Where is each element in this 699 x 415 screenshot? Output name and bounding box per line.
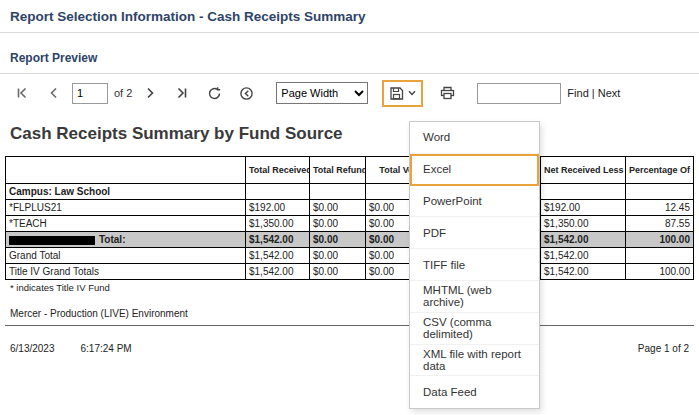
col-header-fund (6, 157, 246, 184)
grand-total-row: Grand Total $1,542.00 $0.00 $0.00 $1,542… (6, 248, 694, 264)
last-page-button[interactable] (170, 80, 194, 106)
export-format-menu: Word Excel PowerPoint PDF TIFF file MHTM… (409, 121, 540, 409)
previous-page-button[interactable] (42, 80, 66, 106)
page-count-label: of 2 (114, 87, 132, 99)
back-button[interactable] (234, 80, 258, 106)
refresh-icon (207, 86, 222, 101)
table-row: Campus: Law School (6, 184, 694, 200)
title-iv-footnote: * indicates Title IV Fund (0, 280, 699, 295)
col-header-total-received: Total Received (246, 157, 310, 184)
refresh-button[interactable] (202, 80, 226, 106)
report-time: 6:17:24 PM (81, 343, 132, 354)
environment-label: Mercer - Production (LIVE) Environment (0, 295, 699, 323)
report-title: Cash Receipts Summary by Fund Source (0, 112, 699, 150)
cash-receipts-table: Total Received Total Refunded Total Void… (5, 156, 694, 280)
last-page-icon (175, 86, 189, 100)
report-toolbar: of 2 Page Width Find | Next (0, 74, 699, 112)
save-export-icon (389, 86, 404, 101)
find-text-input[interactable] (477, 83, 561, 104)
report-footer: 6/13/2023 6:17:24 PM Page 1 of 2 (0, 326, 699, 354)
menu-item-powerpoint[interactable]: PowerPoint (410, 186, 539, 218)
redaction-box (9, 236, 95, 245)
find-next-separator: | (592, 87, 595, 99)
table-row: *FLPLUS21 $192.00 $0.00 $0.00 $192.00 12… (6, 200, 694, 216)
page-number-input[interactable] (72, 83, 108, 104)
menu-item-excel[interactable]: Excel (410, 154, 539, 186)
print-icon (440, 86, 455, 100)
print-button[interactable] (435, 80, 459, 106)
menu-item-word[interactable]: Word (410, 122, 539, 154)
page-indicator: Page 1 of 2 (638, 343, 689, 354)
zoom-select[interactable]: Page Width (276, 82, 368, 104)
export-dropdown-button[interactable] (382, 80, 423, 107)
fund-name-cell: *TEACH (6, 216, 246, 232)
col-header-percentage: Percentage Of Net Received (626, 157, 694, 184)
menu-item-mhtml[interactable]: MHTML (web archive) (410, 281, 539, 313)
next-page-icon (143, 86, 157, 100)
campus-total-row: Total: $1,542.00 $0.00 $0.00 $1,542.00 1… (6, 232, 694, 248)
col-header-total-refunded: Total Refunded (310, 157, 366, 184)
next-link[interactable]: Next (598, 87, 621, 99)
back-icon (239, 86, 254, 101)
campus-total-label-cell: Total: (6, 232, 246, 248)
report-date: 6/13/2023 (10, 343, 55, 354)
page-title: Report Selection Information - Cash Rece… (0, 0, 699, 33)
menu-item-csv[interactable]: CSV (comma delimited) (410, 313, 539, 345)
next-page-button[interactable] (138, 80, 162, 106)
first-page-button[interactable] (10, 80, 34, 106)
fund-name-cell: *FLPLUS21 (6, 200, 246, 216)
find-link[interactable]: Find (567, 87, 588, 99)
menu-item-pdf[interactable]: PDF (410, 217, 539, 249)
table-row: *TEACH $1,350.00 $0.00 $0.00 $1,350.00 8… (6, 216, 694, 232)
chevron-down-icon (408, 90, 416, 96)
first-page-icon (15, 86, 29, 100)
title-iv-grand-total-row: Title IV Grand Totals $1,542.00 $0.00 $0… (6, 264, 694, 280)
col-header-net-received: Net Received Less Stipends (541, 157, 626, 184)
previous-page-icon (47, 86, 61, 100)
campus-cell: Campus: Law School (6, 184, 246, 200)
menu-item-datafeed[interactable]: Data Feed (410, 376, 539, 408)
report-preview-label: Report Preview (0, 33, 699, 74)
total-label: Total: (99, 234, 125, 245)
menu-item-tiff[interactable]: TIFF file (410, 249, 539, 281)
find-next-links: Find | Next (567, 87, 620, 99)
table-header-row: Total Received Total Refunded Total Void… (6, 157, 694, 184)
report-viewer-page: Report Selection Information - Cash Rece… (0, 0, 699, 415)
menu-item-xml[interactable]: XML file with report data (410, 345, 539, 377)
